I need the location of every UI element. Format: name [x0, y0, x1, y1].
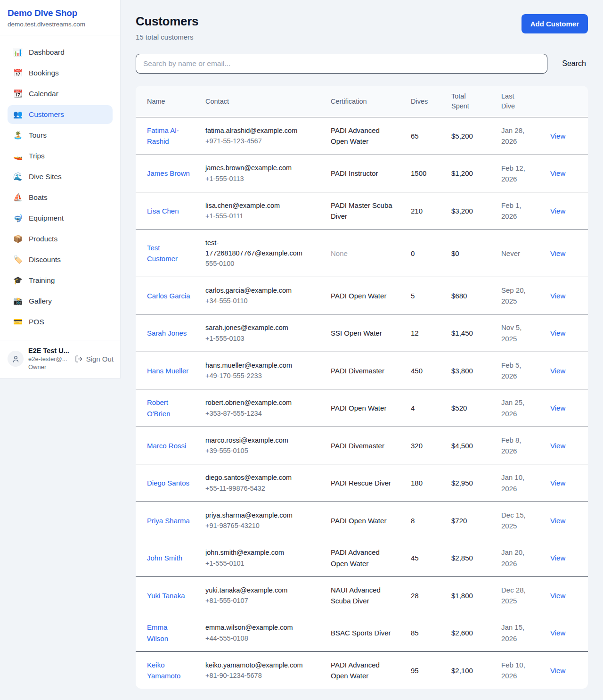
- customer-total-spent: $720: [451, 517, 467, 525]
- customer-email: marco.rossi@example.com: [205, 435, 313, 445]
- view-customer-link[interactable]: View: [550, 367, 565, 375]
- customer-name-link[interactable]: Marco Rossi: [147, 440, 186, 451]
- view-customer-link[interactable]: View: [550, 292, 565, 300]
- view-customer-link[interactable]: View: [550, 404, 565, 412]
- table-row: Hans Mueller hans.mueller@example.com +4…: [136, 352, 588, 389]
- column-header-name: Name: [136, 86, 205, 117]
- customer-last-dive: Jan 28, 2026: [501, 125, 532, 147]
- sidebar-item-training[interactable]: 🎓 Training: [8, 271, 113, 290]
- wave-icon: 🌊: [13, 173, 23, 181]
- customer-name-link[interactable]: Carlos Garcia: [147, 290, 190, 301]
- customer-name-link[interactable]: Fatima Al-Rashid: [147, 125, 190, 147]
- customer-email: sarah.jones@example.com: [205, 322, 313, 333]
- customer-total-spent: $2,100: [451, 667, 473, 675]
- view-customer-link[interactable]: View: [550, 169, 565, 177]
- table-row: Lisa Chen lisa.chen@example.com +1-555-0…: [136, 192, 588, 230]
- customer-dives: 0: [411, 249, 415, 257]
- customer-name-link[interactable]: Robert O'Brien: [147, 397, 190, 419]
- customer-name-link[interactable]: Hans Mueller: [147, 365, 188, 376]
- view-customer-link[interactable]: View: [550, 207, 565, 215]
- table-row: Robert O'Brien robert.obrien@example.com…: [136, 389, 588, 427]
- table-row: Marco Rossi marco.rossi@example.com +39-…: [136, 427, 588, 464]
- view-customer-link[interactable]: View: [550, 479, 565, 487]
- sidebar-item-trips[interactable]: 🚤 Trips: [8, 147, 113, 165]
- customer-total-spent: $2,950: [451, 479, 473, 487]
- customer-name-link[interactable]: Diego Santos: [147, 478, 189, 488]
- customer-dives: 1500: [411, 169, 426, 177]
- customer-last-dive: Feb 8, 2026: [501, 435, 532, 457]
- user-role: Owner: [28, 363, 70, 371]
- customer-last-dive: Sep 20, 2025: [501, 285, 532, 307]
- customer-last-dive: Jan 10, 2026: [501, 472, 532, 494]
- customer-total-spent: $680: [451, 292, 467, 300]
- sidebar-item-equipment[interactable]: 🤿 Equipment: [8, 209, 113, 228]
- table-row: Carlos Garcia carlos.garcia@example.com …: [136, 277, 588, 314]
- user-icon: [12, 355, 20, 363]
- sidebar-item-bookings[interactable]: 📅 Bookings: [8, 64, 113, 82]
- customer-name-link[interactable]: Priya Sharma: [147, 515, 190, 526]
- customer-phone: +91-98765-43210: [205, 520, 325, 531]
- table-row: John Smith john.smith@example.com +1-555…: [136, 539, 588, 577]
- customer-name-link[interactable]: James Brown: [147, 168, 190, 179]
- customer-certification: SSI Open Water: [331, 328, 393, 338]
- customer-name-link[interactable]: John Smith: [147, 552, 182, 563]
- sidebar-item-gallery[interactable]: 📸 Gallery: [8, 292, 113, 311]
- customer-phone: +39-555-0105: [205, 445, 325, 456]
- tag-icon: 🏷️: [13, 256, 23, 264]
- customer-last-dive: Jan 15, 2026: [501, 622, 532, 644]
- sidebar-item-calendar[interactable]: 📆 Calendar: [8, 84, 113, 103]
- credit-card-icon: 💳: [13, 318, 23, 326]
- view-customer-link[interactable]: View: [550, 517, 565, 525]
- sidebar-item-pos[interactable]: 💳 POS: [8, 313, 113, 331]
- sidebar-item-dashboard[interactable]: 📊 Dashboard: [8, 43, 113, 62]
- customer-email: james.brown@example.com: [205, 163, 313, 173]
- table-row: Yuki Tanaka yuki.tanaka@example.com +81-…: [136, 576, 588, 614]
- customer-dives: 4: [411, 404, 415, 412]
- island-icon: 🏝️: [13, 132, 23, 139]
- customer-count: 15 total customers: [136, 33, 198, 41]
- user-info: E2E Test U... e2e-tester@... Owner: [28, 347, 70, 371]
- sign-out-button[interactable]: Sign Out: [75, 355, 114, 363]
- customer-last-dive: Dec 15, 2025: [501, 510, 532, 532]
- user-name: E2E Test U...: [28, 347, 70, 354]
- customer-certification: None: [331, 248, 393, 259]
- column-header-total-spent: Total Spent: [451, 86, 501, 117]
- view-customer-link[interactable]: View: [550, 442, 565, 450]
- sidebar-item-tours[interactable]: 🏝️ Tours: [8, 126, 113, 145]
- customer-name-link[interactable]: Lisa Chen: [147, 206, 179, 216]
- customer-email: priya.sharma@example.com: [205, 510, 313, 520]
- customer-dives: 210: [411, 207, 423, 215]
- view-customer-link[interactable]: View: [550, 132, 565, 140]
- customer-dives: 450: [411, 367, 423, 375]
- customer-certification: PADI Advanced Open Water: [331, 125, 393, 147]
- search-input[interactable]: [136, 54, 547, 74]
- customer-name-link[interactable]: Sarah Jones: [147, 328, 187, 338]
- view-customer-link[interactable]: View: [550, 249, 565, 257]
- view-customer-link[interactable]: View: [550, 592, 565, 600]
- view-customer-link[interactable]: View: [550, 629, 565, 637]
- table-row: Keiko Yamamoto keiko.yamamoto@example.co…: [136, 651, 588, 689]
- sidebar-item-dive-sites[interactable]: 🌊 Dive Sites: [8, 167, 113, 186]
- sidebar-nav: 📊 Dashboard 📅 Bookings 📆 Calendar 👥 Cust…: [0, 35, 120, 340]
- customer-certification: NAUI Advanced Scuba Diver: [331, 585, 393, 607]
- customer-phone: +81-555-0107: [205, 595, 325, 606]
- customer-phone: +1-555-0101: [205, 558, 325, 568]
- search-button[interactable]: Search: [560, 59, 588, 68]
- customer-name-link[interactable]: Keiko Yamamoto: [147, 659, 190, 682]
- customer-total-spent: $520: [451, 404, 467, 412]
- sidebar-item-boats[interactable]: ⛵ Boats: [8, 188, 113, 207]
- customer-name-link[interactable]: Emma Wilson: [147, 622, 190, 644]
- view-customer-link[interactable]: View: [550, 554, 565, 562]
- customer-name-link[interactable]: Test Customer: [147, 242, 190, 264]
- customer-phone: +44-555-0108: [205, 633, 325, 643]
- customer-name-link[interactable]: Yuki Tanaka: [147, 590, 185, 601]
- view-customer-link[interactable]: View: [550, 329, 565, 337]
- customer-last-dive: Feb 5, 2026: [501, 360, 532, 382]
- sidebar-item-customers[interactable]: 👥 Customers: [8, 105, 113, 124]
- view-customer-link[interactable]: View: [550, 667, 565, 675]
- sidebar-item-discounts[interactable]: 🏷️ Discounts: [8, 250, 113, 269]
- sidebar-item-products[interactable]: 📦 Products: [8, 230, 113, 248]
- page-title: Customers: [136, 14, 198, 29]
- customer-certification: BSAC Sports Diver: [331, 627, 393, 638]
- add-customer-button[interactable]: Add Customer: [522, 14, 588, 33]
